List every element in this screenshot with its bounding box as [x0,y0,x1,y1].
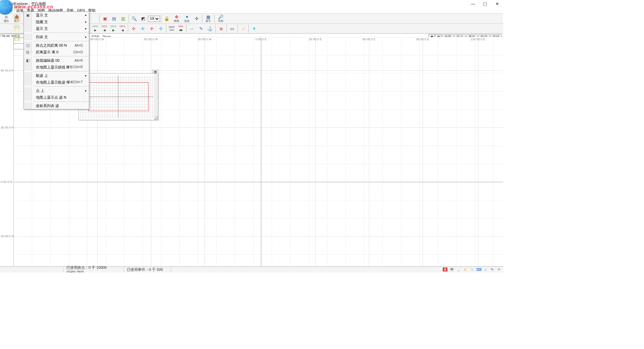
gps-button[interactable]: GPS▸ [91,24,100,33]
overview-scrollbar[interactable] [154,73,158,116]
menu-item[interactable]: 显示 文▸ [24,25,89,32]
mini-rect[interactable] [13,38,25,44]
overview-grid [80,76,153,118]
title-bar: OziExplorer - 空白地图 — ▢ ✕ [0,0,503,7]
close-button[interactable]: ✕ [491,0,503,7]
menu-item[interactable]: ▣显示 文▸ [24,12,89,18]
status-events: 已使用事件：0 于 500 [124,267,171,272]
mm-button[interactable]: MM⬌ [176,24,185,33]
menu-options[interactable]: 选项 [16,8,23,13]
latitude-label: 60 00.0 N [1,69,14,72]
index-button[interactable]: ▦索引 [203,14,213,23]
zoom-in-button[interactable]: 🔍 [130,14,139,23]
ime-icon[interactable]: ♪ [483,267,488,271]
longitude-label: 30 00.0 E [309,38,322,41]
window-title: OziExplorer - 空白地图 [9,1,46,6]
menu-item[interactable]: 在地图上显示路线 N管柜Ctrl+R [24,64,89,70]
filter-button[interactable]: ▼ [250,24,259,33]
delete-button[interactable]: ⊗ [217,24,225,33]
tool-button[interactable]: ✢ [138,24,147,33]
overview-resize-handle[interactable] [154,116,158,120]
ime-tray: S 中 ， ☺ ♀ ⌨ ♪ ✎ 〃 [443,267,501,272]
zoom-select[interactable]: 100 [148,16,160,22]
menu-item[interactable]: 列表 文▸ [24,34,89,40]
longitude-label: 60 00.0 W [144,38,158,41]
tool-button[interactable]: ▥ [119,14,127,23]
ime-icon[interactable]: S [443,267,447,271]
status-waypoints: 已使用路点：0 于 10000 (GPS:250) [64,267,124,272]
exit-button[interactable]: ⎋退出 [1,14,11,23]
longitude-label: 120 00.0 E [471,38,485,41]
longitude-label: 90 00.0 E [416,38,429,41]
menu-item[interactable]: ◧路线编辑器 00Alt+R [24,57,89,64]
status-bar: 已使用路点：0 于 10000 (GPS:250) 已使用事件：0 于 500 [0,266,503,272]
tool-button[interactable]: ✢ [156,24,165,33]
compass-button[interactable]: ✢ [192,14,201,23]
menu-item[interactable]: 坐标系列表 迹 [24,102,89,109]
overview-panel[interactable]: 图 [78,73,158,120]
app-icon [1,1,7,6]
longitude-label: 30 00.0 W [198,38,211,41]
ime-icon[interactable]: ， [456,267,461,272]
ime-lang[interactable]: 中 [449,267,454,272]
tool-button[interactable]: ✢ [147,24,156,33]
tool-button[interactable]: ⟋ [239,24,248,33]
menu-item[interactable]: 地图上显示点 迹 N [24,94,89,101]
longitude-label: 90 00.0 W [90,38,104,41]
ime-icon[interactable]: ✎ [490,267,494,272]
longitude-label: 60 00.0 E [363,38,376,41]
menu-item[interactable]: 隐藏 文▸ [24,18,89,25]
tool-button[interactable]: ▣ [101,14,109,23]
minimize-button[interactable]: — [467,0,479,7]
latitude-label: 30 00.0 S [1,235,14,238]
lock-button[interactable]: 🔒 [162,14,171,23]
mini-rects [13,38,25,49]
menu-help[interactable]: 帮助 [88,8,96,13]
tool-button[interactable]: ⚓ [206,24,214,33]
dropdown-menu: ▣显示 文▸隐藏 文▸显示 文▸列表 文▸◫路点之间距离 00 NAlt+D⊟距… [23,11,89,109]
maximize-button[interactable]: ▢ [479,0,491,7]
tool-button[interactable]: ✎ [197,24,205,33]
menu-item[interactable]: 在地图上显示航迹 N管柜Ctrl+T [24,79,89,86]
menu-file[interactable]: 文件 [5,8,13,13]
ime-icon[interactable]: ♀ [470,267,474,271]
tool-button[interactable]: ↔ [187,24,196,33]
info-button[interactable]: ✦信息 [182,14,192,23]
menu-item[interactable]: 航迹 上▸ [24,72,89,79]
ime-icon[interactable]: ⌨ [476,267,481,272]
tool-button[interactable]: ▤ [110,14,118,23]
gps-button[interactable]: GPS◂ [100,24,109,33]
zoom-tool-button[interactable]: ◩ [139,14,148,23]
latitude-label: 0 00.0 N [1,180,12,184]
drag-button[interactable]: ✥拖曳 [171,14,181,23]
menu-item[interactable]: ◫路点之间距离 00 NAlt+D [24,42,89,49]
load-button[interactable]: 📥载入 [12,14,22,23]
overview-viewport-rect[interactable] [88,82,149,111]
mer-sir-button[interactable]: MERSIR [167,24,176,33]
ime-icon[interactable]: 〃 [496,267,501,272]
gps-button[interactable]: GPS◂ [118,24,127,33]
latitude-label: 30 00.0 N [1,126,14,129]
tool-button[interactable]: ▭ [228,24,236,33]
ime-icon[interactable]: ☺ [463,267,468,271]
menu-item[interactable]: 点 上▸ [24,87,89,94]
menu-item[interactable]: ⊟距离显示 离 0Ctrl+D [24,49,89,55]
mini-rect[interactable] [13,43,25,49]
gps-button[interactable]: GPS▸ [109,24,118,33]
tool-button[interactable]: ✢ [129,24,138,33]
name-button[interactable]: 🔎名称 [216,14,226,23]
